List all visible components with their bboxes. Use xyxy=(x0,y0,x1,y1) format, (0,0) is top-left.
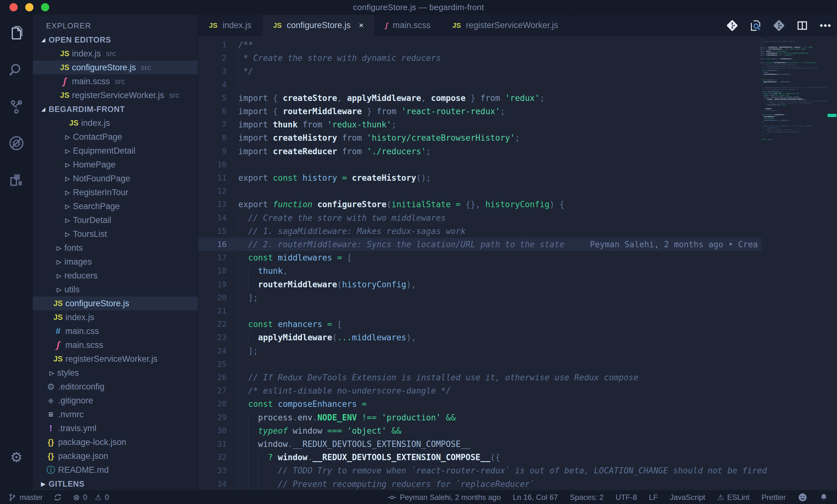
sidebar-item-label: index.js xyxy=(65,313,94,322)
sidebar-item-index-js[interactable]: JSindex.js xyxy=(33,310,198,324)
chevron-right-icon: ▷ xyxy=(47,369,57,377)
status-blame[interactable]: Peyman Salehi, 2 months ago xyxy=(387,493,501,502)
search-file-icon[interactable] xyxy=(749,19,762,32)
sidebar-item-configurestore-js[interactable]: JSconfigureStore.jssrc xyxy=(33,60,198,74)
sidebar-item--gitignore[interactable]: ◆.gitignore xyxy=(33,394,198,408)
sidebar-item-label: .editorconfig xyxy=(58,382,105,392)
status-cursor-position[interactable]: Ln 16, Col 67 xyxy=(513,493,558,502)
status-eslint[interactable]: ⚠ESLint xyxy=(717,493,749,502)
close-window-button[interactable] xyxy=(10,3,18,11)
sidebar-item-main-scss[interactable]: ʃmain.scss xyxy=(33,338,198,352)
sidebar-item-label: styles xyxy=(57,368,79,378)
activity-search-icon[interactable] xyxy=(6,60,26,80)
sidebar-item-equipmentdetail[interactable]: ▷EquipmentDetail xyxy=(33,144,198,158)
open-changes-icon[interactable] xyxy=(726,19,738,32)
status-problems[interactable]: ⊗0⚠0 xyxy=(73,493,109,502)
sidebar-item-index-js[interactable]: JSindex.js xyxy=(33,116,198,130)
sidebar-item-package-lock-json[interactable]: {}package-lock.json xyxy=(33,435,198,449)
sidebar-item-images[interactable]: ▷images xyxy=(33,255,198,269)
js-file-icon: JS xyxy=(51,299,65,308)
code-line-17: 17 const middlewares = [ xyxy=(198,251,837,264)
sidebar-item-utils[interactable]: ▷utils xyxy=(33,283,198,297)
status-label: UTF-8 xyxy=(616,493,637,502)
sidebar-item-contactpage[interactable]: ▷ContactPage xyxy=(33,130,198,144)
line-number: 14 xyxy=(198,211,227,225)
tab-bar: JSindex.jsJSconfigureStore.js×ʃmain.scss… xyxy=(198,15,837,36)
sidebar-item-label: .travis.yml xyxy=(58,424,96,433)
sidebar-item-label: NotFoundPage xyxy=(73,174,130,184)
status-indentation[interactable]: Spaces: 2 xyxy=(570,493,604,502)
code-line-20: 20 ]; xyxy=(198,291,837,304)
sidebar-item-label: main.css xyxy=(65,326,99,336)
activity-extensions-icon[interactable] xyxy=(6,170,26,190)
sidebar-item--editorconfig[interactable]: ⚙.editorconfig xyxy=(33,380,198,394)
sidebar-item-registerserviceworker-js[interactable]: JSregisterServiceWorker.jssrc xyxy=(33,88,198,102)
sidebar-item-package-json[interactable]: {}package.json xyxy=(33,449,198,463)
code-text: /* eslint-disable no-underscore-dangle *… xyxy=(238,384,451,397)
code-line-31: 31 window.__REDUX_DEVTOOLS_EXTENSION_COM… xyxy=(198,437,837,451)
sidebar-item-readme-md[interactable]: ⓘREADME.md xyxy=(33,463,198,477)
sidebar-item-styles[interactable]: ▷styles xyxy=(33,366,198,380)
activity-explorer-icon[interactable] xyxy=(6,23,26,43)
tab-label: configureStore.js xyxy=(287,20,351,30)
code-text: // 1. sagaMiddleware: Makes redux-sagas … xyxy=(238,225,465,238)
status-eol[interactable]: LF xyxy=(649,493,658,502)
sidebar-item-reducers[interactable]: ▷reducers xyxy=(33,269,198,283)
chevron-right-icon: ▷ xyxy=(62,133,73,141)
sidebar-item-registerintour[interactable]: ▷RegisterInTour xyxy=(33,185,198,199)
status-encoding[interactable]: UTF-8 xyxy=(616,493,637,502)
sidebar-item-main-scss[interactable]: ʃmain.scsssrc xyxy=(33,74,198,88)
sidebar-item-label: utils xyxy=(65,285,79,295)
js-file-icon: JS xyxy=(51,313,65,322)
code-text: window.__REDUX_DEVTOOLS_EXTENSION_COMPOS… xyxy=(238,437,470,451)
code-line-25: 25 xyxy=(198,358,837,371)
line-number: 25 xyxy=(198,358,227,371)
tab-index-js[interactable]: JSindex.js xyxy=(198,15,262,36)
activity-debug-icon[interactable] xyxy=(6,133,26,153)
gitlens-compare-icon[interactable] xyxy=(772,19,785,32)
line-number: 3 xyxy=(198,65,227,78)
status-notifications[interactable] xyxy=(819,493,828,502)
status-prettier[interactable]: Prettier xyxy=(762,493,786,502)
sidebar-item-searchpage[interactable]: ▷SearchPage xyxy=(33,199,198,213)
maximize-window-button[interactable] xyxy=(41,3,49,11)
sidebar-item-index-js[interactable]: JSindex.jssrc xyxy=(33,47,198,60)
manage-gear-icon[interactable]: ⚙ xyxy=(0,449,33,465)
sidebar-item-main-css[interactable]: #main.css xyxy=(33,324,198,338)
code-line-5: 5import { createStore, applyMiddleware, … xyxy=(198,91,837,105)
status-feedback[interactable] xyxy=(798,493,807,502)
sidebar-item-notfoundpage[interactable]: ▷NotFoundPage xyxy=(33,172,198,185)
sidebar-section-gitlens[interactable]: ▶GITLENS xyxy=(33,477,198,490)
code-line-21: 21 xyxy=(198,304,837,318)
sidebar-item-configurestore-js[interactable]: JSconfigureStore.js xyxy=(33,297,198,310)
sidebar-section-begardim-front[interactable]: ◢BEGARDIM-FRONT xyxy=(33,102,198,116)
tab-registerserviceworker-js[interactable]: JSregisterServiceWorker.js xyxy=(442,15,569,36)
sidebar-item-label: main.scss xyxy=(65,340,103,350)
activity-source-control-icon[interactable] xyxy=(6,96,26,117)
code-text: const middlewares = [ xyxy=(238,251,352,264)
sidebar-item--nvmrc[interactable]: ≡.nvmrc xyxy=(33,408,198,422)
tab-label: registerServiceWorker.js xyxy=(466,20,558,30)
close-tab-icon[interactable]: × xyxy=(359,20,363,30)
line-number: 15 xyxy=(198,225,227,238)
sidebar-item-registerserviceworker-js[interactable]: JSregisterServiceWorker.js xyxy=(33,352,198,366)
tab-configurestore-js[interactable]: JSconfigureStore.js× xyxy=(262,15,375,36)
sidebar-item-homepage[interactable]: ▷HomePage xyxy=(33,158,198,172)
status-branch[interactable]: master xyxy=(8,493,42,502)
sidebar-item-tourdetail[interactable]: ▷TourDetail xyxy=(33,213,198,227)
sidebar-section-open-editors[interactable]: ◢OPEN EDITORS xyxy=(33,33,198,47)
line-number: 4 xyxy=(198,78,227,91)
code-text: ]; xyxy=(238,291,258,304)
more-actions-icon[interactable]: ••• xyxy=(819,19,832,32)
minimize-window-button[interactable] xyxy=(25,3,33,11)
code-editor[interactable]: /** * Create the store with dynamic redu… xyxy=(198,36,837,490)
status-sync[interactable] xyxy=(53,493,62,502)
indent-guide xyxy=(238,78,238,91)
tab-main-scss[interactable]: ʃmain.scss xyxy=(375,15,442,36)
sidebar-item--travis-yml[interactable]: !.travis.yml xyxy=(33,422,198,435)
sidebar-item-fonts[interactable]: ▷fonts xyxy=(33,241,198,255)
split-editor-icon[interactable] xyxy=(796,19,808,32)
status-language[interactable]: JavaScript xyxy=(670,493,705,502)
sidebar-item-tourslist[interactable]: ▷ToursList xyxy=(33,227,198,241)
js-file-icon: JS xyxy=(209,21,217,30)
